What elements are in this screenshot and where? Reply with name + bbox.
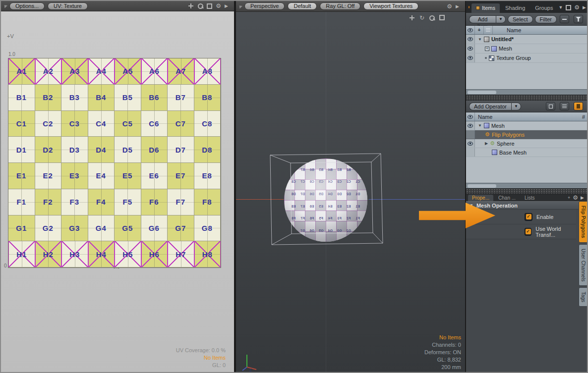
uv-cell-c7[interactable]: C7	[168, 111, 194, 137]
uv-cell-e2[interactable]: E2	[35, 163, 62, 189]
name-column-header[interactable]: Name	[475, 114, 492, 120]
uv-cell-h2[interactable]: H2	[35, 241, 62, 267]
tab-properties[interactable]: Prope...	[468, 195, 493, 201]
add-operator-dropdown-icon[interactable]: ▼	[511, 103, 521, 110]
uv-cell-g8[interactable]: G8	[194, 215, 221, 242]
visibility-eye-icon[interactable]	[466, 35, 475, 44]
list-row-texture-group[interactable]: Texture Group	[466, 53, 588, 63]
panel-menu-icon[interactable]: ▶	[583, 4, 586, 10]
twist-down-icon[interactable]: ▼	[478, 37, 482, 42]
orbit-icon[interactable]: ↻	[419, 15, 424, 21]
new-tab-icon[interactable]: ▼	[558, 4, 563, 10]
select-button[interactable]: Select	[508, 15, 533, 23]
visibility-column-header[interactable]	[466, 112, 475, 121]
view-mode-button[interactable]	[546, 102, 555, 110]
uv-cell-d6[interactable]: D6	[141, 137, 168, 163]
uv-cell-h1[interactable]: H1	[8, 241, 35, 267]
zoom-icon[interactable]	[197, 3, 203, 9]
uv-cell-b7[interactable]: B7	[168, 85, 194, 111]
uv-cell-c2[interactable]: C2	[35, 111, 62, 137]
add-tab-icon[interactable]: +	[568, 195, 570, 201]
pan-icon[interactable]	[409, 15, 415, 21]
tab-lists[interactable]: Lists	[521, 195, 539, 201]
panel-menu-icon[interactable]: ▶	[225, 3, 228, 9]
uv-cell-b5[interactable]: B5	[115, 85, 141, 111]
side-tab-user-channels[interactable]: User Channels	[579, 244, 588, 286]
list-row-base-mesh[interactable]: Base Mesh	[466, 148, 588, 157]
checkbox-use-world-transf[interactable]: ✓	[525, 228, 531, 236]
uv-cell-g1[interactable]: G1	[8, 215, 35, 242]
panel-splitter[interactable]	[466, 95, 588, 101]
uv-cell-d3[interactable]: D3	[61, 137, 88, 163]
uv-cell-c8[interactable]: C8	[194, 111, 221, 137]
uv-cell-g6[interactable]: G6	[141, 215, 168, 242]
checkbox-enable[interactable]: ✓	[525, 213, 532, 221]
uv-cell-h8[interactable]: H8	[194, 241, 221, 267]
side-tab-tags[interactable]: Tags	[579, 287, 588, 307]
uv-cell-b6[interactable]: B6	[141, 85, 168, 111]
uv-cell-d2[interactable]: D2	[35, 137, 62, 163]
uv-cell-g5[interactable]: G5	[115, 215, 141, 242]
uv-cell-e6[interactable]: E6	[141, 163, 168, 189]
uv-cell-b4[interactable]: B4	[88, 85, 115, 111]
uv-cell-e4[interactable]: E4	[88, 163, 115, 189]
collapse-all-button[interactable]	[560, 15, 569, 23]
uv-cell-b8[interactable]: B8	[194, 85, 221, 111]
list-mode-button[interactable]	[560, 102, 569, 110]
uv-cell-c6[interactable]: C6	[141, 111, 168, 137]
uv-cell-c3[interactable]: C3	[61, 111, 88, 137]
uv-cell-a2[interactable]: A2	[35, 58, 62, 85]
uv-cell-f4[interactable]: F4	[88, 189, 115, 215]
tab-shading[interactable]: Shading	[501, 3, 529, 13]
tab-groups[interactable]: Groups	[530, 3, 557, 13]
uv-cell-d7[interactable]: D7	[168, 137, 194, 163]
gear-icon[interactable]: ⚙	[573, 195, 578, 201]
uv-cell-a8[interactable]: A8	[194, 58, 221, 85]
uv-cell-a7[interactable]: A7	[168, 58, 194, 85]
uv-cell-f6[interactable]: F6	[141, 189, 168, 215]
panel-menu-icon[interactable]: ▶	[581, 195, 584, 201]
count-column-header[interactable]: #	[582, 114, 588, 120]
uv-cell-d4[interactable]: D4	[88, 137, 115, 163]
add-operator-button[interactable]: Add Operator	[469, 103, 511, 110]
uv-cell-g7[interactable]: G7	[168, 215, 194, 242]
pan-icon[interactable]	[188, 3, 194, 9]
visibility-eye-icon[interactable]	[466, 121, 475, 130]
side-tab-flip-polygons[interactable]: Flip Polygons	[579, 201, 588, 243]
gear-icon[interactable]: ⚙	[216, 3, 221, 9]
ray-gl-button[interactable]: Ray GL: Off	[320, 2, 360, 10]
panel-collapse-icon[interactable]	[238, 4, 242, 8]
panel-splitter[interactable]	[466, 188, 588, 194]
scroll-handle[interactable]	[468, 91, 496, 94]
expand-plus-icon[interactable]: +	[485, 47, 489, 51]
twist-right-icon[interactable]: ▶	[485, 141, 488, 146]
zoom-icon[interactable]	[429, 15, 435, 21]
uv-cell-b1[interactable]: B1	[8, 85, 35, 111]
maximize-icon[interactable]	[439, 15, 445, 20]
shading-mode-button[interactable]: Default	[288, 2, 317, 10]
uv-cell-b3[interactable]: B3	[61, 85, 88, 111]
uv-cell-d1[interactable]: D1	[8, 137, 35, 163]
name-column-header[interactable]: Name	[493, 27, 521, 33]
uv-cell-a1[interactable]: A1	[8, 58, 35, 85]
uv-cell-h5[interactable]: H5	[115, 241, 141, 267]
fit-view-icon[interactable]	[207, 3, 212, 9]
viewport-textures-button[interactable]: Viewport Textures	[363, 2, 418, 10]
uv-cell-h4[interactable]: H4	[88, 241, 115, 267]
filter-funnel-button[interactable]	[574, 15, 583, 23]
uv-cell-f8[interactable]: F8	[194, 189, 221, 215]
uv-cell-c5[interactable]: C5	[115, 111, 141, 137]
uv-cell-g2[interactable]: G2	[35, 215, 62, 242]
schematic-mode-button[interactable]	[574, 102, 583, 110]
visibility-eye-icon[interactable]	[466, 44, 475, 53]
panel-collapse-icon[interactable]	[3, 3, 7, 8]
operators-hscrollbar[interactable]	[466, 183, 588, 188]
uv-texture-dropdown[interactable]: UV: Texture	[48, 2, 88, 10]
uv-cell-e7[interactable]: E7	[168, 163, 194, 189]
options-button[interactable]: Options...	[9, 2, 45, 10]
uv-cell-a6[interactable]: A6	[141, 58, 168, 85]
uv-cell-g4[interactable]: G4	[88, 215, 115, 242]
projection-button[interactable]: Perspective	[244, 2, 285, 10]
uv-cell-a3[interactable]: A3	[61, 58, 88, 85]
add-column-header[interactable]: +	[475, 26, 484, 34]
